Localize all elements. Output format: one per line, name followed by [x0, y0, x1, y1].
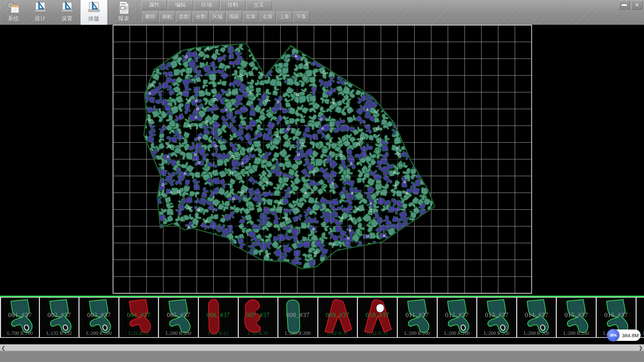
minimize-icon: [622, 4, 627, 6]
pattern-thumbnail-11[interactable]: 011_#37 L:200 R:200: [398, 297, 438, 338]
mode-label: 系统: [8, 15, 19, 22]
pattern-id-label: 016_#37: [597, 311, 636, 319]
pattern-lr-label: L:200 R:200: [79, 330, 118, 336]
main-mode-button-3[interactable]: 设置: [54, 0, 80, 25]
menu-tab[interactable]: 交互: [246, 0, 272, 10]
memory-usage-pill[interactable]: 38% 384.8M: [608, 329, 641, 341]
settings-icon: [60, 1, 74, 15]
toolbar-separator: [107, 0, 110, 25]
pattern-lr-label: L:200 R:200: [398, 330, 437, 336]
close-button[interactable]: ✕: [631, 1, 643, 10]
menu-tab[interactable]: 属性: [142, 0, 167, 10]
memory-amount-label: 384.8M: [622, 333, 639, 338]
menu-tab[interactable]: 区域: [194, 0, 219, 10]
pattern-id-label: 010_#37: [358, 311, 397, 319]
pattern-thumbnail-15[interactable]: 015_#37 L:200 R:200: [557, 297, 597, 338]
pattern-thumbnail-3[interactable]: 003_#37 L:200 R:200: [79, 297, 119, 338]
main-mode-button-2[interactable]: 设计: [27, 0, 54, 25]
system-icon: [6, 1, 21, 15]
memory-percent-value: 38%: [609, 333, 616, 337]
main-mode-buttons: 系统 设计 设置 排版 报表: [0, 0, 137, 25]
main-mode-button-1[interactable]: 系统: [0, 0, 27, 25]
menu-tab[interactable]: 编辑: [168, 0, 193, 10]
ribbon-toolbar: 系统 设计 设置 排版 报表 属性 编辑 区域 排料 交互 聚排 相机 选割 全…: [0, 0, 644, 25]
pattern-id-label: 001_#37: [1, 311, 39, 319]
mode-label: 排版: [88, 15, 100, 22]
pattern-thumbnail-7[interactable]: 007_#37 L:31 R:31: [239, 297, 279, 338]
pattern-lr-label: L:21 R:21: [199, 330, 238, 336]
layout-icon: [87, 1, 101, 15]
pattern-id-label: 006_#37: [199, 311, 238, 319]
pattern-lr-label: L:31 R:31: [239, 330, 278, 336]
pattern-thumbnail-5[interactable]: 005_#37 L:200 R:200: [159, 297, 199, 338]
horizontal-scrollbar[interactable]: ❮ ❯: [0, 344, 644, 351]
pattern-thumbnail-6[interactable]: 006_#37 L:21 R:21: [199, 297, 239, 338]
main-mode-button-4[interactable]: 排版: [80, 0, 107, 25]
mode-label: 设置: [61, 15, 73, 22]
mode-label: 报表: [118, 15, 129, 22]
window-controls: ✕: [619, 1, 643, 10]
pattern-lr-label: L:700 R:700: [1, 330, 39, 336]
pattern-lr-label: L:200 R:200: [159, 330, 198, 336]
memory-percent-badge: 38%: [607, 329, 620, 342]
pattern-lr-label: L:200 R:200: [517, 330, 556, 336]
filmstrip-cells: 001_#37 L:700 R:700 002_#37 L:132 R:132 …: [0, 297, 644, 338]
pattern-thumbnail-14[interactable]: 014_#37 L:200 R:200: [517, 297, 557, 338]
pattern-thumbnail-13[interactable]: 013_#37 L:200 R:200: [477, 297, 517, 338]
pattern-lr-label: L:33 R:33: [358, 330, 397, 336]
pattern-id-label: 011_#37: [398, 311, 437, 319]
mode-label: 设计: [35, 15, 46, 22]
pattern-id-label: 014_#37: [517, 311, 556, 319]
pattern-id-label: 004_#37: [119, 311, 158, 319]
nesting-canvas[interactable]: [0, 25, 644, 296]
pattern-id-label: 012_#37: [438, 311, 477, 319]
pattern-thumbnail-9[interactable]: 009_#37 L:32 R:31: [318, 297, 358, 338]
pattern-id-label: 007_#37: [239, 311, 278, 319]
pattern-thumbnail-1[interactable]: 001_#37 L:700 R:700: [0, 297, 40, 338]
menu-tab-row: 属性 编辑 区域 排料 交互: [142, 0, 272, 10]
tool-button[interactable]: 左靠: [243, 11, 259, 22]
pattern-id-label: 013_#37: [477, 311, 516, 319]
tool-button[interactable]: 右靠: [260, 11, 276, 22]
tool-button[interactable]: 瑕疵: [226, 11, 242, 22]
pattern-thumbnail-8[interactable]: 008_#37 L:200 R:200: [278, 297, 318, 338]
pattern-id-label: 009_#37: [318, 311, 357, 319]
main-mode-button-5[interactable]: 报表: [110, 0, 137, 25]
pattern-id-label: 002_#37: [40, 311, 79, 319]
pattern-id-label: 008_#37: [278, 311, 317, 319]
design-icon: [33, 1, 48, 15]
pattern-lr-label: L:132 R:132: [40, 330, 79, 336]
pattern-thumbnail-4[interactable]: 004_#37 L:31 R:31: [119, 297, 159, 338]
pattern-id-label: 017_#37: [637, 311, 644, 319]
pattern-lr-label: L:200 R:200: [438, 330, 477, 336]
pattern-thumbnail-12[interactable]: 012_#37 L:200 R:200: [438, 297, 478, 338]
tool-button[interactable]: 选割: [176, 11, 192, 22]
pattern-lr-label: L:32 R:31: [318, 330, 357, 336]
scroll-left-arrow-icon[interactable]: ❮: [1, 345, 6, 351]
tool-button[interactable]: 下靠: [293, 11, 309, 22]
tool-button[interactable]: 上靠: [276, 11, 292, 22]
pattern-filmstrip: 001_#37 L:700 R:700 002_#37 L:132 R:132 …: [0, 296, 644, 344]
application-window: 系统 设计 设置 排版 报表 属性 编辑 区域 排料 交互 聚排 相机 选割 全…: [0, 0, 644, 362]
pattern-thumbnail-2[interactable]: 002_#37 L:132 R:132: [40, 297, 80, 338]
pattern-lr-label: L:200 R:200: [477, 330, 516, 336]
status-bar: [0, 351, 644, 362]
tool-button[interactable]: 区域: [209, 11, 225, 22]
pattern-id-label: 003_#37: [79, 311, 118, 319]
pattern-lr-label: L:31 R:31: [119, 330, 158, 336]
pattern-lr-label: L:200 R:200: [557, 330, 596, 336]
menu-tab[interactable]: 排料: [220, 0, 246, 10]
minimize-button[interactable]: [619, 1, 630, 10]
scroll-right-arrow-icon[interactable]: ❯: [638, 345, 643, 351]
report-icon: [116, 1, 131, 15]
close-icon: ✕: [635, 2, 639, 9]
pattern-thumbnail-10[interactable]: 010_#37 L:33 R:33: [358, 297, 398, 338]
tool-button-row: 聚排 相机 选割 全割 区域 瑕疵 左靠 右靠 上靠 下靠: [142, 11, 309, 22]
tool-button[interactable]: 全割: [193, 11, 209, 22]
pattern-id-label: 015_#37: [557, 311, 596, 319]
tool-button[interactable]: 相机: [159, 11, 175, 22]
tool-button[interactable]: 聚排: [142, 11, 158, 22]
pattern-id-label: 005_#37: [159, 311, 198, 319]
pattern-lr-label: L:200 R:200: [278, 330, 317, 336]
